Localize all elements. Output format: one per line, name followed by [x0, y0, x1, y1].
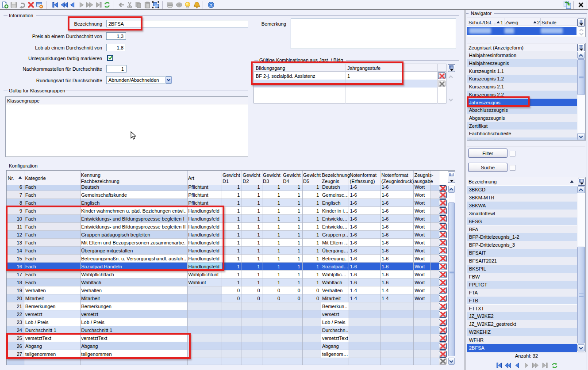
svg-text:?: ?	[210, 3, 212, 8]
